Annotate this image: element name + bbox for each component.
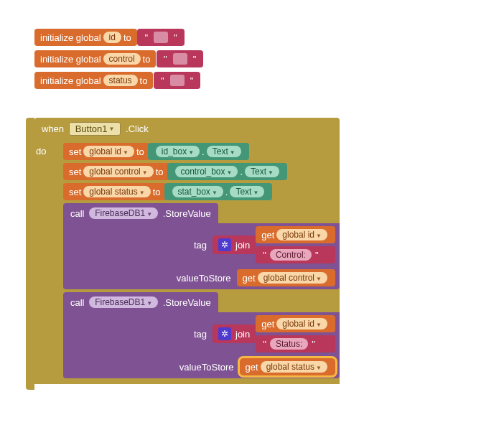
- join-block[interactable]: ✲ join: [213, 235, 256, 254]
- var-dropdown[interactable]: global id▼: [83, 146, 134, 157]
- call-header[interactable]: call FirebaseDB1▼ .StoreValue: [63, 203, 218, 223]
- get-block[interactable]: get global control▼: [237, 269, 335, 286]
- arg-value-row: valueToStore get global control▼: [63, 266, 340, 289]
- property-dropdown[interactable]: Text▼: [207, 146, 241, 157]
- string-value[interactable]: Status:: [270, 338, 308, 350]
- chevron-down-icon: ▼: [253, 190, 258, 196]
- set-block[interactable]: set global id▼ to: [63, 143, 150, 160]
- method-name: .StoreValue: [163, 297, 211, 308]
- chevron-down-icon: ▼: [316, 233, 322, 239]
- keyword-to: to: [123, 32, 131, 43]
- chevron-down-icon: ▼: [227, 169, 233, 176]
- chevron-down-icon: ▼: [316, 322, 322, 328]
- keyword-set: set: [69, 167, 81, 177]
- var-dropdown[interactable]: global control▼: [258, 272, 327, 284]
- keyword-call: call: [70, 297, 85, 308]
- call-header[interactable]: call FirebaseDB1▼ .StoreValue: [63, 292, 218, 312]
- keyword-join: join: [235, 240, 250, 251]
- keyword-to: to: [156, 167, 164, 177]
- set-global-id-row[interactable]: set global id▼ to id_box▼ . Text▼: [63, 143, 340, 160]
- string-literal-block[interactable]: " ": [137, 29, 184, 46]
- gear-icon[interactable]: ✲: [218, 327, 231, 340]
- dot: .: [202, 146, 205, 157]
- var-name-pill[interactable]: status: [103, 75, 138, 86]
- event-button1-click[interactable]: when Button1 ▼ .Click set global id▼ to: [34, 118, 340, 384]
- component-dropdown[interactable]: id_box▼: [156, 146, 200, 157]
- quote-close: ": [190, 75, 194, 86]
- set-block[interactable]: set global status▼ to: [63, 183, 167, 200]
- init-block[interactable]: initialize global id to: [34, 29, 137, 46]
- component-dropdown[interactable]: FirebaseDB1▼: [89, 296, 158, 308]
- get-block[interactable]: get global id▼: [256, 226, 335, 243]
- quote-close: ": [193, 54, 197, 65]
- call-storevalue-control[interactable]: call FirebaseDB1▼ .StoreValue tag ✲ join: [63, 203, 340, 289]
- getter-block[interactable]: stat_box▼ . Text▼: [164, 183, 273, 200]
- keyword-to: to: [140, 75, 148, 86]
- var-dropdown[interactable]: global control▼: [83, 166, 153, 177]
- join-block[interactable]: ✲ join: [213, 324, 256, 343]
- keyword-get: get: [261, 319, 274, 329]
- var-name-pill[interactable]: control: [103, 53, 141, 65]
- string-slot[interactable]: [154, 32, 168, 43]
- keyword-to: to: [153, 187, 161, 197]
- string-literal-block[interactable]: " Control: ": [256, 246, 335, 263]
- arg-tag-row: tag ✲ join get global id▼: [63, 312, 340, 355]
- call-body: tag ✲ join get global id▼: [63, 223, 340, 289]
- var-dropdown[interactable]: global id▼: [276, 229, 327, 240]
- chevron-down-icon: ▼: [146, 300, 152, 307]
- event-name: .Click: [126, 123, 149, 134]
- component-dropdown[interactable]: Button1 ▼: [69, 122, 121, 136]
- var-name-pill[interactable]: id: [103, 32, 121, 43]
- init-global-status-row[interactable]: initialize global status to " ": [34, 72, 340, 89]
- arg-tag-label: tag: [69, 329, 213, 340]
- chevron-down-icon: ▼: [230, 149, 235, 156]
- init-global-control-row[interactable]: initialize global control to " ": [34, 50, 340, 67]
- arg-value-label: valueToStore: [96, 362, 240, 373]
- set-block[interactable]: set global control▼ to: [63, 163, 169, 180]
- var-dropdown[interactable]: global status▼: [83, 186, 150, 197]
- quote-close: ": [315, 250, 319, 261]
- init-global-id-row[interactable]: initialize global id to " ": [34, 29, 340, 46]
- property-label: Text: [251, 167, 266, 177]
- component-label: FirebaseDB1: [95, 208, 145, 218]
- property-dropdown[interactable]: Text▼: [230, 186, 264, 197]
- chevron-down-icon: ▼: [146, 211, 152, 218]
- component-dropdown[interactable]: FirebaseDB1▼: [89, 207, 158, 219]
- component-dropdown[interactable]: control_box▼: [175, 166, 238, 177]
- init-block[interactable]: initialize global status to: [34, 72, 153, 89]
- string-slot[interactable]: [170, 75, 185, 86]
- string-value[interactable]: Control:: [270, 249, 312, 261]
- gear-icon[interactable]: ✲: [218, 238, 231, 251]
- getter-block[interactable]: id_box▼ . Text▼: [148, 143, 249, 160]
- chevron-down-icon: ▼: [109, 126, 115, 132]
- arg-value-label: valueToStore: [93, 273, 237, 284]
- event-header[interactable]: when Button1 ▼ .Click: [34, 118, 340, 140]
- keyword-get: get: [261, 230, 274, 240]
- arg-value-row: valueToStore get global status▼: [63, 355, 340, 378]
- chevron-down-icon: ▼: [268, 169, 274, 176]
- property-dropdown[interactable]: Text▼: [245, 166, 279, 177]
- component-dropdown[interactable]: stat_box▼: [172, 186, 223, 197]
- getter-block[interactable]: control_box▼ . Text▼: [167, 163, 288, 180]
- init-block[interactable]: initialize global control to: [34, 50, 156, 67]
- method-name: .StoreValue: [163, 208, 211, 219]
- get-block-highlighted[interactable]: get global status▼: [240, 358, 335, 375]
- string-literal-block[interactable]: " Status: ": [256, 335, 335, 352]
- string-literal-block[interactable]: " ": [157, 50, 203, 67]
- call-storevalue-status[interactable]: call FirebaseDB1▼ .StoreValue tag ✲ join: [63, 292, 340, 378]
- chevron-down-icon: ▼: [316, 276, 322, 282]
- var-label: global status: [89, 187, 137, 197]
- set-global-control-row[interactable]: set global control▼ to control_box▼ . Te…: [63, 163, 340, 180]
- join-stack: get global id▼ " Status: ": [256, 315, 335, 352]
- chevron-down-icon: ▼: [212, 190, 218, 196]
- string-slot[interactable]: [173, 53, 187, 65]
- event-left-bar: [26, 118, 34, 390]
- var-dropdown[interactable]: global id▼: [276, 318, 327, 329]
- set-global-status-row[interactable]: set global status▼ to stat_box▼ . Text▼: [63, 183, 340, 200]
- var-dropdown[interactable]: global status▼: [261, 361, 327, 373]
- component-label: FirebaseDB1: [95, 297, 145, 307]
- get-block[interactable]: get global id▼: [256, 315, 335, 332]
- chevron-down-icon: ▼: [142, 169, 148, 176]
- quote-open: ": [164, 54, 167, 65]
- string-literal-block[interactable]: " ": [154, 72, 200, 89]
